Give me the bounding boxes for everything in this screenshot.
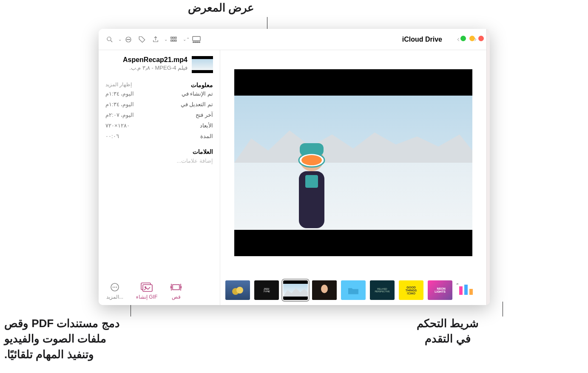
sidebar-item-airdrop[interactable]: AirDrop: [486, 96, 490, 107]
thumbnail[interactable]: [225, 280, 250, 300]
svg-point-20: [107, 37, 111, 41]
sidebar-item-shared[interactable]: مشترك: [486, 76, 490, 87]
toolbar: iCloud Drive ⌃⌄ ⌄: [99, 29, 486, 50]
window-controls: [460, 36, 484, 41]
info-row-duration: المدة ٠٠:٠٦: [105, 131, 213, 141]
svg-point-38: [116, 287, 117, 288]
gallery-view-button[interactable]: [190, 34, 202, 45]
sidebar: iCloud iCloud Drive مشترك المفضلة AirDro…: [486, 29, 490, 305]
sidebar-header-icloud: iCloud: [486, 49, 490, 59]
svg-rect-10: [171, 37, 172, 38]
info-label: تم التعديل في: [181, 101, 213, 107]
thumbnail[interactable]: NEONLIGHTS: [428, 280, 452, 300]
info-row-last-opened: آخر فتح اليوم، ٢:٠٧م: [105, 110, 213, 120]
info-value: اليوم، ١:٣٤م: [105, 101, 134, 107]
preview-pane: chart NEONLIGHTS GOODTHINGSCIAO! RELAXED…: [220, 50, 486, 305]
svg-rect-5: [193, 36, 200, 40]
svg-point-18: [128, 39, 129, 40]
thumbnail[interactable]: RELAXEDPERSPECTIVE: [370, 280, 395, 300]
thumbnail[interactable]: 2021TYPE: [254, 280, 279, 300]
thumbnail[interactable]: [312, 280, 337, 300]
fullscreen-button[interactable]: [460, 36, 466, 41]
svg-point-17: [127, 39, 128, 40]
annotation-scrub-bar: شريط التحكم في التقدم: [405, 316, 490, 347]
close-button[interactable]: [478, 36, 484, 41]
svg-point-23: [301, 155, 322, 165]
search-button[interactable]: [104, 34, 116, 45]
qa-label: إنشاء GIF: [136, 294, 157, 300]
svg-point-32: [321, 285, 328, 293]
sidebar-item-downloads[interactable]: التنزيلات: [486, 157, 490, 168]
svg-rect-42: [173, 285, 179, 290]
thumbnail[interactable]: chart: [457, 280, 481, 300]
thumbnail[interactable]: [341, 280, 366, 300]
info-row-created: تم الإنشاء في اليوم، ١:٣٤م: [105, 88, 213, 99]
info-label: المدة: [200, 133, 213, 139]
svg-rect-9: [199, 42, 200, 42]
create-gif-button[interactable]: إنشاء GIF: [136, 282, 157, 300]
group-button[interactable]: [168, 34, 180, 45]
file-type: فيلم MPEG-4 - ٣٫٨ م.ب.: [123, 65, 187, 71]
content-row: chart NEONLIGHTS GOODTHINGSCIAO! RELAXED…: [99, 50, 486, 305]
sidebar-tag-blue[interactable]: أزرق: [486, 231, 490, 242]
file-thumbnail: [192, 56, 213, 73]
chevron-down-icon: ⌄: [164, 37, 168, 42]
tags-button[interactable]: [136, 34, 148, 45]
annotation-line: [503, 302, 503, 316]
chevron-icon: ⌃⌄: [183, 37, 190, 42]
window-title: iCloud Drive: [402, 36, 442, 43]
quick-actions: المزيد... إنشاء GIF قص: [106, 282, 182, 300]
svg-point-34: [236, 287, 243, 294]
svg-point-36: [113, 287, 114, 288]
qa-label: قص: [172, 294, 181, 300]
sidebar-tag-green[interactable]: أخضر: [486, 220, 490, 231]
svg-rect-6: [193, 42, 194, 42]
svg-rect-15: [175, 40, 176, 41]
sidebar-header-favorites: المفضلة: [486, 87, 490, 96]
trim-icon: [170, 282, 182, 292]
sidebar-tag-yellow[interactable]: أصفر: [486, 209, 490, 220]
info-label: الأبعاد: [200, 122, 213, 129]
svg-rect-30: [469, 289, 473, 295]
video-preview[interactable]: [234, 69, 472, 256]
thumbnail-selected[interactable]: [283, 280, 308, 300]
sidebar-item-recents[interactable]: الحديثة: [486, 107, 490, 118]
more-actions-button[interactable]: المزيد...: [106, 282, 123, 300]
thumbnail[interactable]: GOODTHINGSCIAO!: [399, 280, 423, 300]
show-more-link[interactable]: إظهار المزيد: [105, 82, 132, 88]
svg-rect-8: [197, 42, 198, 42]
preview-large: [220, 50, 486, 275]
gif-icon: [141, 282, 153, 292]
info-value: ٠٠:٠٦: [105, 133, 119, 139]
trim-button[interactable]: قص: [170, 282, 182, 300]
annotation-gallery-view: عرض المعرض: [166, 0, 276, 15]
svg-rect-25: [305, 175, 318, 188]
main-area: iCloud Drive ⌃⌄ ⌄: [99, 29, 486, 305]
info-label: آخر فتح: [196, 112, 213, 118]
chevron-down-icon: ⌄: [118, 37, 122, 42]
svg-rect-12: [175, 37, 176, 38]
svg-point-19: [129, 39, 130, 40]
actions-button[interactable]: [122, 34, 134, 45]
share-button[interactable]: [150, 34, 162, 45]
thumbnail-strip[interactable]: chart NEONLIGHTS GOODTHINGSCIAO! RELAXED…: [220, 275, 486, 305]
svg-text:chart: chart: [457, 283, 459, 285]
sidebar-item-applications[interactable]: التطبيقات: [486, 118, 490, 129]
info-value: ١٢٨٠×٧٢٠: [105, 122, 130, 129]
sidebar-header-locations: المواقع: [486, 168, 490, 178]
sidebar-tag-orange[interactable]: برتقالي: [486, 198, 490, 209]
svg-rect-13: [171, 40, 172, 41]
minimize-button[interactable]: [469, 36, 475, 41]
annotation-more-actions: دمج مستندات PDF وقص ملفات الصوت والفيديو…: [4, 316, 132, 362]
qa-label: المزيد...: [106, 294, 123, 300]
add-tags-field[interactable]: إضافة علامات...: [105, 158, 213, 164]
more-icon: [109, 282, 121, 292]
svg-rect-11: [173, 37, 174, 38]
sidebar-header-tags: العلامات: [486, 178, 490, 187]
sidebar-tag-purple[interactable]: أرجواني: [486, 242, 490, 253]
svg-rect-29: [464, 285, 468, 295]
sidebar-tag-red[interactable]: أحمر: [486, 187, 490, 198]
sidebar-item-desktop[interactable]: سطح المكتب: [486, 129, 490, 146]
sidebar-item-documents[interactable]: المستندات: [486, 146, 490, 157]
file-name: AspenRecap21.mp4: [123, 56, 187, 64]
